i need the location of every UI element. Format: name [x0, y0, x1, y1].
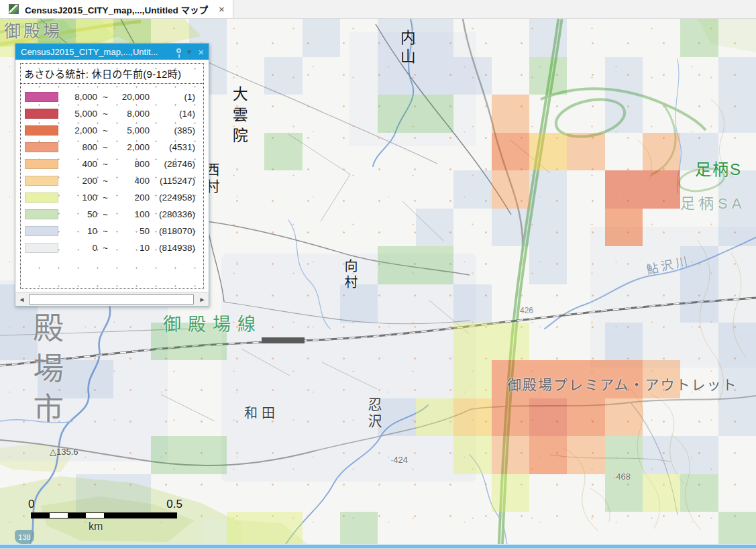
mesh-cell [340, 398, 378, 437]
map-document-icon [9, 4, 19, 14]
mesh-cell [529, 284, 567, 323]
mesh-cell [492, 170, 529, 209]
mesh-cell [567, 57, 604, 95]
mesh-cell [416, 133, 453, 171]
mesh-cell [416, 170, 453, 209]
legend-range-low: 5,000 [64, 109, 97, 119]
mesh-cell [605, 170, 643, 209]
mesh-cell [643, 57, 680, 95]
legend-swatch [25, 142, 58, 152]
legend-range-low: 100 [64, 192, 97, 203]
legend-swatch [25, 125, 58, 135]
legend-count: (28746) [150, 159, 201, 169]
mesh-cell [264, 246, 302, 284]
legend-scrollbar[interactable]: ◄ ► [15, 292, 209, 306]
pin-icon[interactable] [176, 48, 181, 53]
mesh-cell [643, 95, 680, 133]
legend-tilde: ~ [97, 176, 113, 186]
mesh-cell [492, 133, 529, 171]
mesh-cell [378, 133, 415, 171]
mesh-cell [718, 323, 756, 361]
mesh-cell [264, 170, 302, 209]
mesh-cell [643, 284, 680, 323]
tab-close-icon[interactable]: × [219, 4, 225, 14]
mesh-cell [453, 209, 491, 247]
mesh-cell [680, 360, 718, 398]
mesh-cell [605, 95, 643, 133]
mesh-cell [718, 57, 756, 95]
mesh-cell [113, 436, 151, 474]
mesh-cell [605, 323, 643, 361]
legend-panel-titlebar[interactable]: CensusJ2015_CITY_map,...,Untit... ▼ × [15, 44, 209, 60]
legend-tilde: ~ [97, 209, 113, 219]
mesh-cell [680, 323, 718, 361]
mesh-cell [303, 133, 340, 171]
mesh-cell [227, 474, 264, 512]
mesh-cell [492, 474, 529, 512]
mesh-cell [416, 323, 453, 361]
mesh-cell [605, 57, 643, 95]
mesh-cell [680, 398, 718, 437]
legend-swatch [25, 192, 58, 203]
legend-tilde: ~ [97, 226, 113, 236]
mesh-cell [264, 360, 302, 398]
mesh-cell [0, 360, 38, 398]
mesh-cell [643, 398, 680, 437]
dropdown-icon[interactable]: ▼ [186, 48, 193, 56]
mesh-cell [303, 360, 340, 398]
mesh-cell [680, 474, 718, 512]
legend-row: 400~800(28746) [23, 156, 201, 172]
legend-panel: CensusJ2015_CITY_map,...,Untit... ▼ × あさ… [15, 43, 209, 307]
mesh-cell [151, 323, 188, 361]
mesh-cell [264, 19, 302, 57]
mesh-cell [113, 323, 151, 361]
map-document-tab[interactable]: CensusJ2015_CITY_map,...,Untitled マップ × [0, 0, 233, 18]
mesh-cell [38, 360, 75, 398]
scroll-track[interactable] [28, 293, 196, 306]
mesh-cell [38, 323, 75, 361]
mesh-cell [264, 323, 302, 361]
mesh-cell [76, 436, 113, 474]
mesh-cell [151, 398, 188, 437]
legend-row: 8,000~20,000(1) [23, 89, 201, 105]
mesh-cell [680, 95, 718, 133]
legend-range-low: 200 [64, 176, 97, 186]
mesh-cell [378, 246, 415, 284]
mesh-cell [416, 57, 453, 95]
mesh-cell [76, 398, 113, 437]
mesh-cell [303, 323, 340, 361]
legend-range-low: 50 [64, 209, 97, 219]
legend-count: (1) [150, 92, 201, 102]
legend-range-high: 8,000 [113, 109, 150, 119]
legend-range-high: 200 [113, 192, 150, 203]
legend-close-icon[interactable]: × [198, 47, 204, 57]
legend-count: (4531) [150, 142, 201, 152]
mesh-cell [340, 95, 378, 133]
app-window: CensusJ2015_CITY_map,...,Untitled マップ × [0, 0, 756, 550]
mesh-cell [680, 436, 718, 474]
mesh-cell [227, 170, 264, 209]
mesh-cell [378, 284, 415, 323]
legend-swatch [25, 176, 58, 186]
scroll-left-button[interactable]: ◄ [15, 293, 28, 306]
mesh-cell [303, 57, 340, 95]
legend-range-high: 800 [113, 159, 150, 169]
mesh-cell [189, 398, 227, 437]
mesh-cell [378, 436, 415, 474]
scroll-right-button[interactable]: ► [196, 293, 209, 306]
legend-swatch [25, 159, 58, 169]
mesh-cell [529, 133, 567, 171]
scale-zero-label: 0 [28, 498, 34, 511]
mesh-cell [303, 398, 340, 437]
scroll-thumb[interactable] [29, 294, 194, 305]
mesh-cell [227, 323, 264, 361]
mesh-cell [189, 323, 227, 361]
mesh-cell [529, 95, 567, 133]
mesh-cell [567, 284, 604, 323]
legend-row: 5,000~8,000(14) [23, 105, 201, 122]
window-bottom-edge [0, 544, 756, 550]
mesh-cell [605, 209, 643, 247]
mesh-cell [453, 323, 491, 361]
mesh-cell [529, 436, 567, 474]
mesh-cell [453, 436, 491, 474]
